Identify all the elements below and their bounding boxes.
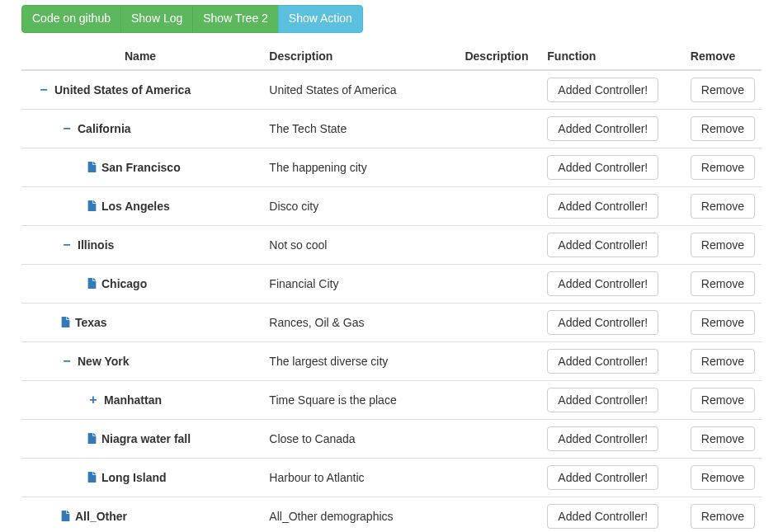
show-action-button[interactable]: Show Action [278,5,363,33]
cell-description: The Tech State [262,109,458,148]
node-label[interactable]: New York [78,355,130,368]
cell-name: Illinois [21,225,262,264]
cell-name: Texas [21,303,262,341]
cell-description: Harbour to Atlantic [262,458,458,497]
node-label[interactable]: Chicago [101,277,147,290]
header-description-2: Description [458,43,540,70]
code-on-github-button[interactable]: Code on github [21,5,121,33]
remove-button[interactable]: Remove [691,155,755,180]
remove-button[interactable]: Remove [691,504,755,529]
added-controller-button[interactable]: Added Controller! [547,426,658,451]
cell-name: Chicago [21,264,262,303]
cell-function: Added Controller! [540,264,684,303]
added-controller-button[interactable]: Added Controller! [547,388,658,412]
cell-description-2 [458,380,540,419]
cell-name: Niagra water fall [21,419,262,458]
node-label[interactable]: Illinois [78,238,114,252]
remove-button[interactable]: Remove [691,194,755,219]
node-label[interactable]: California [78,122,131,135]
cell-description: Disco city [262,186,458,225]
cell-name: All_Other [21,497,262,532]
remove-button[interactable]: Remove [691,349,755,374]
collapse-icon[interactable] [61,122,73,135]
cell-description-2 [458,341,540,380]
show-log-button[interactable]: Show Log [120,5,193,33]
cell-description-2 [458,225,540,264]
remove-button[interactable]: Remove [691,78,755,102]
node-label[interactable]: All_Other [75,510,127,523]
node-label[interactable]: Texas [75,316,107,329]
file-icon [87,200,97,211]
tree-table: Name Description Description Function Re… [21,43,762,532]
cell-remove: Remove [684,380,762,419]
cell-function: Added Controller! [540,148,684,186]
added-controller-button[interactable]: Added Controller! [547,310,658,335]
node-label[interactable]: Long Island [101,471,167,484]
cell-description-2 [458,458,540,497]
file-icon [61,511,70,521]
cell-description: The happening city [262,148,458,186]
table-row: New YorkThe largest diverse cityAdded Co… [21,341,762,380]
added-controller-button[interactable]: Added Controller! [547,233,658,257]
expand-icon[interactable] [87,393,99,407]
node-label[interactable]: United States of America [54,83,191,97]
remove-button[interactable]: Remove [691,233,755,257]
cell-description-2 [458,264,540,303]
remove-button[interactable]: Remove [691,310,755,335]
remove-button[interactable]: Remove [691,388,755,412]
table-row: ChicagoFinancial CityAdded Controller!Re… [21,264,762,303]
file-icon [61,317,70,327]
cell-description-2 [458,109,540,148]
table-row: CaliforniaThe Tech StateAdded Controller… [21,109,762,148]
added-controller-button[interactable]: Added Controller! [547,116,658,141]
cell-description-2 [458,419,540,458]
collapse-icon[interactable] [38,83,50,97]
added-controller-button[interactable]: Added Controller! [547,78,658,102]
cell-remove: Remove [684,458,762,497]
remove-button[interactable]: Remove [691,271,755,296]
added-controller-button[interactable]: Added Controller! [547,271,658,296]
cell-description-2 [458,186,540,225]
cell-remove: Remove [684,497,762,532]
file-icon [87,278,97,289]
remove-button[interactable]: Remove [691,116,755,141]
cell-function: Added Controller! [540,186,684,225]
cell-function: Added Controller! [540,225,684,264]
node-label[interactable]: Los Angeles [101,200,170,213]
show-tree-button[interactable]: Show Tree 2 [192,5,279,33]
cell-function: Added Controller! [540,70,684,110]
collapse-icon[interactable] [61,238,73,252]
cell-description: Not so cool [262,225,458,264]
cell-remove: Remove [684,225,762,264]
cell-function: Added Controller! [540,341,684,380]
added-controller-button[interactable]: Added Controller! [547,194,658,219]
cell-remove: Remove [684,341,762,380]
table-row: Long IslandHarbour to AtlanticAdded Cont… [21,458,762,497]
cell-function: Added Controller! [540,303,684,341]
cell-remove: Remove [684,70,762,110]
cell-description-2 [458,148,540,186]
file-icon [87,472,97,483]
node-label[interactable]: Niagra water fall [101,432,191,445]
node-label[interactable]: Manhattan [104,393,162,407]
header-description: Description [262,43,458,70]
added-controller-button[interactable]: Added Controller! [547,465,658,490]
header-name: Name [21,43,262,70]
toolbar: Code on github Show Log Show Tree 2 Show… [21,5,363,33]
added-controller-button[interactable]: Added Controller! [547,155,658,180]
added-controller-button[interactable]: Added Controller! [547,349,658,374]
remove-button[interactable]: Remove [691,426,755,451]
file-icon [87,433,97,444]
cell-description: The largest diverse city [262,341,458,380]
cell-name: New York [21,341,262,380]
header-remove: Remove [684,43,762,70]
table-row: United States of AmericaUnited States of… [21,70,762,110]
node-label[interactable]: San Francisco [101,161,181,174]
added-controller-button[interactable]: Added Controller! [547,504,658,529]
remove-button[interactable]: Remove [691,465,755,490]
cell-function: Added Controller! [540,458,684,497]
file-icon [87,162,97,172]
collapse-icon[interactable] [61,355,73,368]
table-row: All_OtherAll_Other demographicsAdded Con… [21,497,762,532]
table-row: Los AngelesDisco cityAdded Controller!Re… [21,186,762,225]
